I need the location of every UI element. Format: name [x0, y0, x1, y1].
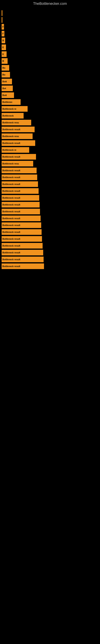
bar-label: Bottleneck resu	[2, 121, 19, 124]
bar-label: E	[2, 46, 4, 48]
bar-label: Bottleneck result	[2, 196, 20, 199]
bar-row: Bottleneck result	[0, 202, 100, 208]
bars-container: FFBEEBBoBoBottBotBottBottlenecBottleneck…	[0, 8, 100, 269]
bar: Bottleneck result	[1, 195, 39, 201]
bar-label: F	[2, 26, 4, 28]
bar-label: Bottleneck	[2, 114, 14, 117]
bar: Bottleneck result	[1, 181, 38, 187]
bar-row: Bottleneck	[0, 113, 100, 118]
bar-label: Bottlenec	[2, 101, 12, 103]
bar-label: B	[2, 60, 4, 62]
bar-row: Bottleneck result	[0, 140, 100, 146]
bar-label: Bottleneck result	[2, 204, 20, 206]
bar-row: Bo	[0, 65, 100, 71]
bar: B	[1, 38, 5, 43]
bar: E	[1, 51, 7, 57]
bar-label: Bottleneck result	[2, 169, 20, 172]
bar-row: B	[0, 38, 100, 43]
bar-label: Bottleneck result	[2, 251, 20, 254]
bar-row: Bottleneck result	[0, 264, 100, 269]
bar-row: Bottleneck result	[0, 174, 100, 180]
bar-row: F	[0, 31, 100, 36]
bar-row: Bottleneck result	[0, 256, 100, 262]
bar: B	[1, 58, 8, 64]
bar-label: Bottleneck result	[2, 231, 20, 233]
bar: Bott	[1, 79, 12, 84]
bar-row: B	[0, 58, 100, 64]
bar: Bottlenec	[1, 99, 21, 105]
bar-row: Bottleneck resu	[0, 161, 100, 166]
bar-label: Bottleneck result	[2, 142, 20, 144]
bar: Bot	[1, 86, 13, 91]
bar: Bottleneck resu	[1, 161, 33, 166]
bar-row: Bottlenec	[0, 99, 100, 105]
bar: Bottleneck result	[1, 250, 43, 256]
bar-row: F	[0, 24, 100, 30]
bar-label: Bottleneck re	[2, 108, 16, 110]
bar-label: Bottleneck result	[2, 183, 20, 185]
bar: Bottleneck result	[1, 140, 35, 146]
bar-label: Bottleneck result	[2, 190, 20, 192]
bar: Bottleneck re	[1, 147, 29, 153]
bar-label: Bottleneck result	[2, 176, 20, 178]
bar-row: Bottleneck result	[0, 229, 100, 235]
bar: Bottleneck result	[1, 264, 44, 269]
bar-label: Bottleneck resu	[2, 162, 19, 165]
bar: Bottleneck result	[1, 168, 37, 173]
bar-label: Bottleneck result	[2, 217, 20, 220]
bar-row: Bottleneck result	[0, 195, 100, 201]
bar: Bottleneck result	[1, 216, 41, 221]
bar: Bottleneck result	[1, 174, 37, 180]
bar-label: Bottleneck resu	[2, 135, 19, 138]
bar: Bottleneck re	[1, 106, 28, 112]
bar: Bottleneck resu	[1, 120, 31, 126]
bar	[1, 10, 2, 16]
bar-label: Bottleneck result	[2, 265, 20, 268]
bar: Bottleneck result	[1, 188, 39, 194]
bar-label: Bottleneck result	[2, 224, 20, 226]
bar: Bottleneck result	[1, 202, 40, 208]
bar-row: Bottleneck result	[0, 222, 100, 228]
bar-row: Bottleneck result	[0, 216, 100, 221]
bar: Bo	[1, 72, 10, 78]
bar-row: Bottleneck result	[0, 243, 100, 248]
bar	[1, 17, 2, 23]
bar-row: Bottleneck result	[0, 168, 100, 173]
bar: Bottleneck	[1, 113, 24, 118]
bar-row: Bottleneck resu	[0, 134, 100, 139]
bar-label: Bottleneck result	[2, 156, 20, 158]
site-title: TheBottlenecker.com	[0, 0, 100, 8]
bar: Bottleneck result	[1, 154, 36, 160]
bar-row: Bottleneck resu	[0, 120, 100, 126]
bar-row: E	[0, 44, 100, 50]
bar-row: Bott	[0, 92, 100, 98]
bar-row: Bo	[0, 72, 100, 78]
bar: Bottleneck result	[1, 243, 43, 248]
bar-row: Bottleneck result	[0, 250, 100, 256]
bar-row: Bottleneck result	[0, 188, 100, 194]
bar-row: Bottleneck result	[0, 236, 100, 242]
bar-label: Bottleneck result	[2, 210, 20, 213]
bar-label: Bo	[2, 74, 5, 76]
bar-row: Bottleneck result	[0, 209, 100, 214]
bar-row	[0, 10, 100, 16]
bar-row: Bottleneck re	[0, 147, 100, 153]
bar-label: Bottleneck result	[2, 128, 20, 130]
bar-label: Bottleneck result	[2, 238, 20, 240]
bar-label: F	[2, 32, 4, 35]
bar-row: Bottleneck result	[0, 126, 100, 132]
bar: E	[1, 44, 6, 50]
bar: Bo	[1, 65, 9, 71]
bar-label: Bottleneck result	[2, 258, 20, 260]
bar-row: Bottleneck result	[0, 154, 100, 160]
bar-label: Bott	[2, 80, 7, 83]
bar-row	[0, 17, 100, 23]
bar: Bottleneck result	[1, 222, 41, 228]
bar-label: Bottleneck re	[2, 149, 16, 151]
bar: F	[1, 31, 4, 36]
bar: Bottleneck result	[1, 256, 44, 262]
bar: Bottleneck result	[1, 236, 42, 242]
bar: Bottleneck resu	[1, 134, 33, 139]
bar-row: Bott	[0, 79, 100, 84]
bar-label: Bott	[2, 94, 7, 96]
